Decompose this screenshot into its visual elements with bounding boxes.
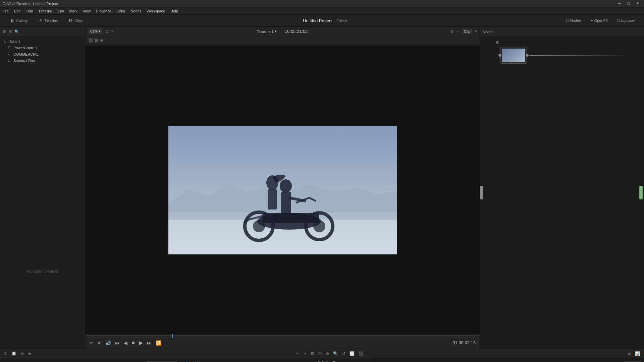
play-btn[interactable]: ▶ [139,340,143,346]
color-tool-8[interactable]: ⬡ [317,351,323,357]
menu-view[interactable]: View [83,9,91,13]
node-thumbnail [502,49,525,62]
window-controls[interactable]: ─ □ ✕ [616,1,641,6]
bottom-area: ⊙ 🔲 ⊕ ★ ⋯ ✏ ⊞ ⬡ ⊛ 🔍 ↺ ⬜ ⬛ ≋ 📊 Color Whee… [0,349,644,362]
tree-item-stills1[interactable]: ☐ Stills 1 [1,38,84,45]
go-end-btn[interactable]: ⏭ [147,340,152,346]
menu-timeline[interactable]: Timeline [38,9,52,13]
menu-file[interactable]: File [3,9,9,13]
nodes-options-icon[interactable]: ··· [638,30,641,34]
tab-gallery-label: Gallery [16,19,28,23]
menu-help[interactable]: Help [170,9,178,13]
transform-icon[interactable]: ⤡ [111,29,114,34]
menu-trim[interactable]: Trim [26,9,33,13]
input-handle[interactable] [480,186,483,199]
viewer-icon1[interactable]: ⬛ [88,38,93,43]
timeline-tab-icon: ⏱ [39,19,42,23]
menu-playback[interactable]: Playback [96,9,111,13]
tab-clips-label: Clips [74,19,83,23]
color-graph-icon[interactable]: 📊 [634,351,641,357]
viewer-icon3[interactable]: ✤ [100,38,103,43]
tree-item-stills1-label: Stills 1 [9,40,20,44]
menu-clip[interactable]: Clip [57,9,64,13]
dropdown-chevron: ▾ [275,29,277,34]
playback-controls: ✏ ✕ 🔊 ⏮ ◀ ■ ▶ ⏭ 🔁 01:00:02:13 [86,337,480,349]
close-btn[interactable]: ✕ [634,1,641,6]
checkbox-icon: ☐ [8,58,11,63]
timeline-label: Timeline 1 [257,29,273,34]
go-start-btn[interactable]: ⏮ [115,340,120,346]
top-right-tabs: ⬡ Nodes ✦ OpenFX □ Lightbox [562,17,639,24]
node-number: 01 [496,41,500,45]
color-tool-11[interactable]: ↺ [341,351,347,357]
lightbox-tab[interactable]: □ Lightbox [613,17,639,24]
left-panel-search-icon[interactable]: 🔍 [14,29,19,34]
qualifier-panel: Qualifier ··· ✱ ✏ 🔧 💧 ↺ Hue ↺ [183,358,315,362]
tab-clips[interactable]: 🎞 Clips [63,17,88,25]
color-tool-1[interactable]: ⊙ [3,351,9,357]
color-scope-icon[interactable]: ≋ [626,351,632,357]
main-layout: ☰ ⊞ 🔍 ☐ Stills 1 ☐ PowerGrade 1 ☐ COMMER… [0,27,644,349]
pencil-icon[interactable]: ✏ [90,340,93,345]
titlebar: DaVinci Resolve - Untitled Project ─ □ ✕ [0,0,644,7]
clear-icon[interactable]: ✕ [97,340,101,346]
node-box-01[interactable] [500,47,527,64]
menubar: File Edit Trim Timeline Clip Mark View P… [0,7,644,15]
checkbox-icon: ☐ [8,46,11,50]
color-tool-2[interactable]: 🔲 [10,351,18,357]
tree-item-samurai[interactable]: ☐ Samurai Doc [1,57,84,64]
playhead-bar[interactable] [86,335,480,337]
left-panel-menu-icon: ☰ [3,29,6,34]
menu-workspace[interactable]: Workspace [147,9,165,13]
node-input-connector [498,54,501,57]
video-frame [168,126,397,254]
color-tool-4[interactable]: ★ [26,351,33,357]
color-tool-9[interactable]: ⊛ [324,351,330,357]
color-tool-13[interactable]: ⬛ [357,351,365,357]
tree-item-powergrade[interactable]: ☐ PowerGrade 1 [1,45,84,51]
timecode-header: 16:05:21:02 [285,29,308,34]
color-tool-3[interactable]: ⊕ [19,351,25,357]
color-tool-7[interactable]: ⊞ [310,351,316,357]
zoom-label[interactable]: 61% ▾ [88,28,103,34]
tree-item-samurai-label: Samurai Doc [13,59,35,63]
tab-timeline[interactable]: ⏱ Timeline [33,17,63,25]
menu-edit[interactable]: Edit [14,9,20,13]
clip-dropdown[interactable]: ▾ [475,29,477,34]
preview-btn1[interactable]: ⊟ [450,29,453,34]
audio-icon[interactable]: 🔊 [105,340,111,346]
maximize-btn[interactable]: □ [625,1,632,6]
hsl-matte-panel: Selection Range ✱ ✏ 🔧 💧 ↺ Matte Finesse … [315,358,372,362]
openfx-tab[interactable]: ✦ OpenFX [586,17,612,24]
output-handle[interactable] [639,186,643,199]
menu-mark[interactable]: Mark [69,9,77,13]
node-output-line [530,55,630,56]
tree-item-commercial[interactable]: ☐ COMMERCIAL [1,51,84,57]
minimize-btn[interactable]: ─ [616,1,623,6]
nodes-tab[interactable]: ⬡ Nodes [562,17,585,24]
loop-btn[interactable]: 🔁 [156,340,161,346]
fit-icon[interactable]: ⊡ [105,29,108,34]
menu-nodes[interactable]: Nodes [130,9,141,13]
app-name: DaVinci Resolve [3,2,30,6]
color-tool-10[interactable]: 🔍 [332,351,339,357]
color-tool-12[interactable]: ⬜ [348,351,356,357]
tab-gallery[interactable]: ◧ Gallery [5,16,33,25]
preview-area: 61% ▾ ⊡ ⤡ Timeline 1 ▾ 16:05:21:02 ⊟ ···… [86,27,480,349]
clips-tab-icon: 🎞 [69,19,72,23]
clip-label: Clip [462,29,472,34]
timeline-dropdown[interactable]: Timeline 1 ▾ [257,29,276,34]
play-back-btn[interactable]: ◀ [124,340,127,346]
nodes-panel: Nodes ··· 01 [480,27,644,349]
svg-rect-5 [281,192,291,214]
viewer-icon2[interactable]: ▤ [95,38,98,43]
menu-color[interactable]: Color [116,9,125,13]
svg-point-11 [253,220,265,232]
preview-btn2[interactable]: ··· [456,29,459,34]
stop-btn[interactable]: ■ [131,340,135,346]
color-tool-6[interactable]: ✏ [302,351,308,357]
project-title: Untitled Project Edited [88,18,561,23]
tab-timeline-label: Timeline [44,19,58,23]
nodes-canvas[interactable]: 01 [480,37,644,349]
color-tool-5[interactable]: ⋯ [294,351,301,357]
